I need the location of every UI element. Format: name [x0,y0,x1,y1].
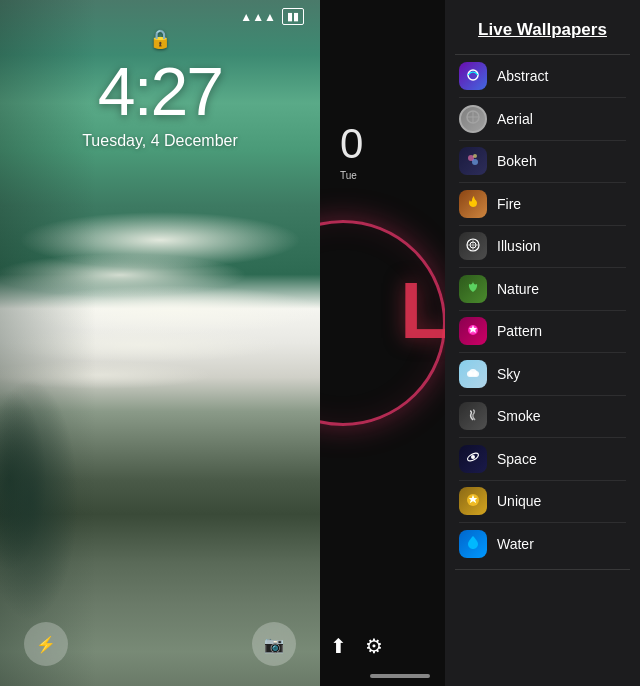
nature-icon [459,275,487,303]
menu-items-list: AbstractAerialBokehFireIllusionNaturePat… [445,55,640,565]
svg-point-13 [467,371,473,377]
abstract-label: Abstract [497,68,548,84]
wifi-icon: ▲▲▲ [240,10,276,24]
water-icon [459,530,487,558]
svg-point-6 [473,154,477,158]
preview-bottom-icons: ⬆ ⚙ [330,634,383,658]
menu-item-fire[interactable]: Fire [445,183,640,225]
preview-letter: L [400,265,449,357]
menu-item-space[interactable]: Space [445,438,640,480]
unique-label: Unique [497,493,541,509]
share-icon[interactable]: ⬆ [330,634,347,658]
lock-time: 4:27 [98,52,222,130]
settings-icon[interactable]: ⚙ [365,634,383,658]
menu-item-unique[interactable]: Unique [445,480,640,522]
menu-panel: Live Wallpapers AbstractAerialBokehFireI… [445,0,640,686]
fire-label: Fire [497,196,521,212]
menu-title: Live Wallpapers [445,0,640,54]
menu-item-aerial[interactable]: Aerial [445,98,640,140]
nature-label: Nature [497,281,539,297]
aerial-icon [459,105,487,133]
preview-time: 0 [340,120,363,168]
lock-icon: 🔒 [149,28,171,50]
battery-icon: ▮▮ [282,8,304,25]
menu-divider-bottom [455,569,630,570]
sky-label: Sky [497,366,520,382]
app-panel: 0 Tue L ⬆ ⚙ Live Wallpapers AbstractAeri… [320,0,640,686]
space-label: Space [497,451,537,467]
svg-point-5 [472,159,478,165]
svg-point-16 [471,455,475,459]
camera-icon: 📷 [264,635,284,654]
menu-item-pattern[interactable]: Pattern [445,310,640,352]
pattern-icon [459,317,487,345]
bokeh-label: Bokeh [497,153,537,169]
space-icon [459,445,487,473]
sky-icon [459,360,487,388]
preview-date: Tue [340,170,357,181]
water-label: Water [497,536,534,552]
smoke-label: Smoke [497,408,541,424]
menu-item-bokeh[interactable]: Bokeh [445,140,640,182]
unique-icon [459,487,487,515]
menu-item-smoke[interactable]: Smoke [445,395,640,437]
illusion-label: Illusion [497,238,541,254]
abstract-icon [459,62,487,90]
camera-button[interactable]: 📷 [252,622,296,666]
illusion-icon [459,232,487,260]
flashlight-button[interactable]: ⚡ [24,622,68,666]
lock-date: Tuesday, 4 December [82,132,238,150]
aerial-label: Aerial [497,111,533,127]
status-bar: ▲▲▲ ▮▮ [0,8,320,25]
menu-item-sky[interactable]: Sky [445,353,640,395]
flashlight-icon: ⚡ [36,635,56,654]
menu-item-abstract[interactable]: Abstract [445,55,640,97]
home-indicator [370,674,430,678]
lock-bottom-controls: ⚡ 📷 [0,622,320,666]
menu-item-water[interactable]: Water [445,523,640,565]
menu-item-illusion[interactable]: Illusion [445,225,640,267]
bokeh-icon [459,147,487,175]
lock-screen: ▲▲▲ ▮▮ 🔒 4:27 Tuesday, 4 December ⚡ 📷 [0,0,320,686]
pattern-label: Pattern [497,323,542,339]
smoke-icon [459,402,487,430]
fire-icon [459,190,487,218]
svg-point-14 [473,371,479,377]
menu-item-nature[interactable]: Nature [445,268,640,310]
